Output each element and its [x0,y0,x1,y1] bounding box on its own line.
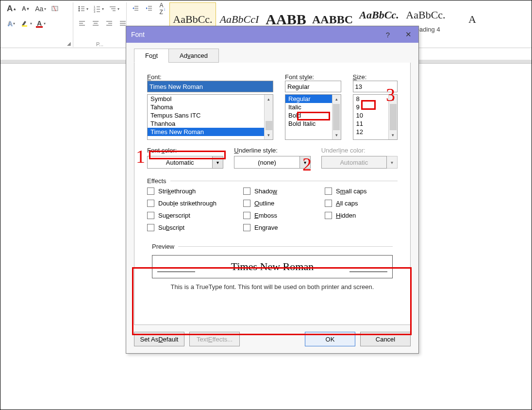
grow-font-button[interactable]: A▲ [5,2,18,15]
svg-point-7 [79,10,80,12]
strikethrough-checkbox[interactable]: Strikethrough [147,188,234,195]
font-style-label: Font style: [285,73,341,81]
size-list-item[interactable]: 11 [353,120,388,128]
font-list-item[interactable]: Tempus Sans ITC [148,111,264,120]
font-style-input[interactable] [285,81,341,92]
ok-button[interactable]: OK [305,332,355,346]
sort-button[interactable]: AZ↓ [157,2,168,15]
size-list-item[interactable]: 8 [353,95,388,103]
chevron-down-icon: ▾ [387,156,398,169]
decrease-indent-button[interactable] [130,2,141,15]
small-caps-checkbox[interactable]: Small caps [325,188,367,195]
cancel-button[interactable]: Cancel [360,332,411,346]
preview-section: Preview Times New Roman This is a TrueTy… [147,240,398,295]
font-color-button[interactable]: A▾ [35,17,47,30]
paragraph-group-label-trunc: P... [73,41,126,47]
scroll-down-icon[interactable]: ▾ [265,131,273,139]
underline-style-dropdown[interactable]: (none) ▾ [234,156,310,169]
set-as-default-button[interactable]: Set As Default [134,332,184,346]
scroll-thumb[interactable] [333,104,340,130]
underline-color-value: Automatic [340,159,368,166]
font-listbox[interactable]: SymbolTahomaTempus Sans ITCThanhoaTimes … [147,94,273,140]
dec-indent-icon [132,5,139,13]
size-list-item[interactable]: 10 [353,111,388,120]
underline-color-dropdown: Automatic ▾ [321,156,398,169]
size-list-item[interactable]: 12 [353,128,388,136]
engrave-checkbox[interactable]: Engrave [243,224,316,231]
font-list-item[interactable]: Tahoma [148,103,264,111]
style-gallery-item[interactable]: A [449,2,496,36]
style-sample: A [468,11,476,28]
annotation-number-1: 1 [136,146,145,167]
underline-color-label: Underline color: [321,147,398,154]
font-scrollbar[interactable]: ▴ ▾ [264,95,273,139]
font-dialog: Font ? ✕ Font Advanced Font: SymbolTahom… [126,26,419,354]
bullets-icon [78,5,85,13]
align-right-icon [105,19,113,27]
size-list-item[interactable]: 9 [353,103,388,111]
effects-fieldset: Effects Strikethrough Double strikethrou… [147,177,398,231]
style-list-item[interactable]: Bold [285,111,332,120]
font-style-listbox[interactable]: RegularItalicBoldBold Italic ▴ ▾ [285,94,341,140]
emboss-checkbox[interactable]: Emboss [243,212,316,219]
style-scrollbar[interactable]: ▴ ▾ [332,95,341,139]
superscript-checkbox[interactable]: Superscript [147,212,234,219]
clear-formatting-button[interactable] [50,2,61,15]
outline-checkbox[interactable]: Outline [243,200,316,207]
align-left-icon [78,19,86,27]
ribbon-group-font: A▲ A▼ Aa▾ A▾ ▾ A▾ ◢ [2,2,73,47]
scroll-down-icon[interactable]: ▾ [332,131,341,139]
dialog-tabs: Font Advanced [134,49,418,63]
numbering-icon: 123 [93,5,101,13]
svg-rect-2 [22,25,27,27]
scroll-thumb[interactable] [266,121,272,130]
shadow-checkbox[interactable]: Shadow [243,188,316,195]
svg-text:3: 3 [94,10,96,13]
font-size-label: Size: [353,73,398,81]
font-label: Font: [147,73,273,81]
font-list-item[interactable]: Symbol [148,95,264,103]
font-name-input[interactable] [147,81,273,92]
text-effects-button-dialog: Text Effects... [189,332,240,346]
style-list-item[interactable]: Regular [285,95,332,103]
bullets-button[interactable]: ▾ [76,2,90,15]
scroll-up-icon[interactable]: ▴ [265,95,273,103]
text-effects-button[interactable]: A▾ [5,17,17,30]
close-button[interactable]: ✕ [398,26,418,43]
chevron-down-icon[interactable]: ▾ [213,156,223,169]
font-list-item[interactable]: Times New Roman [148,128,264,136]
font-tabpanel: Font: SymbolTahomaTempus Sans ITCThanhoa… [134,63,411,325]
align-right-button[interactable] [103,17,115,30]
subscript-checkbox[interactable]: Subscript [147,224,234,231]
align-center-button[interactable] [90,17,101,30]
tab-advanced[interactable]: Advanced [168,49,219,63]
scroll-up-icon[interactable]: ▴ [332,95,341,103]
change-case-button[interactable]: Aa▾ [33,2,48,15]
font-color-dropdown[interactable]: Automatic ▾ [147,156,223,169]
close-icon: ✕ [405,30,412,39]
style-sample: AaBbCc. [406,6,445,24]
shrink-font-button[interactable]: A▼ [20,2,32,15]
highlight-button[interactable]: ▾ [19,17,33,30]
ribbon-group-paragraph: ▾ 123▾ ▾ P... [73,2,127,47]
preview-description: This is a TrueType font. This font will … [152,283,393,290]
preview-box: Times New Roman [152,255,393,278]
tab-font[interactable]: Font [134,49,169,63]
font-list-item[interactable]: Thanhoa [148,120,264,128]
dialog-titlebar[interactable]: Font ? ✕ [126,26,418,43]
style-list-item[interactable]: Italic [285,103,332,111]
numbering-button[interactable]: 123▾ [92,2,105,15]
increase-indent-button[interactable] [143,2,155,15]
scroll-thumb[interactable] [390,104,397,130]
hidden-checkbox[interactable]: Hidden [325,212,367,219]
style-list-item[interactable]: Bold Italic [285,120,332,128]
multilevel-list-button[interactable]: ▾ [107,2,121,15]
help-button[interactable]: ? [378,26,398,43]
font-group-launcher[interactable]: ◢ [67,41,71,46]
scroll-down-icon[interactable]: ▾ [389,131,397,139]
double-strikethrough-checkbox[interactable]: Double strikethrough [147,200,234,207]
dialog-title: Font [131,31,145,38]
align-left-button[interactable] [76,17,88,30]
all-caps-checkbox[interactable]: All caps [325,200,367,207]
align-center-icon [92,19,100,27]
